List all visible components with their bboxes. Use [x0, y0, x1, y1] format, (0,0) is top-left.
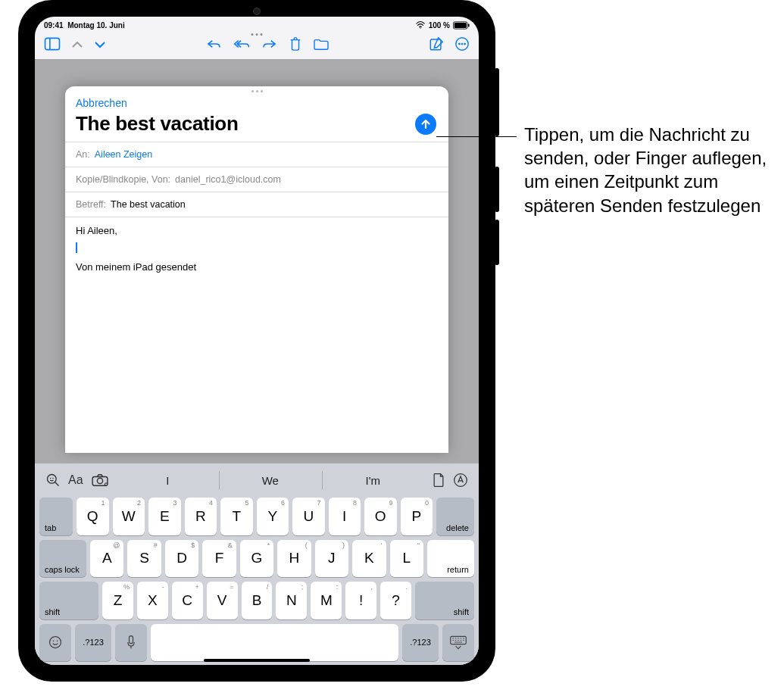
key-o[interactable]: O9 — [364, 498, 397, 535]
app-menu-dots[interactable] — [251, 33, 263, 36]
battery-icon — [453, 21, 470, 30]
key-a[interactable]: A@ — [90, 540, 123, 578]
key-z[interactable]: Z% — [102, 582, 133, 619]
key-m[interactable]: M: — [311, 582, 342, 619]
svg-point-12 — [50, 478, 52, 479]
suggestion-2[interactable]: We — [219, 465, 321, 495]
scan-document-icon[interactable] — [432, 473, 445, 488]
key-g[interactable]: G* — [240, 540, 273, 578]
key-emoji[interactable] — [39, 624, 71, 662]
svg-rect-4 — [45, 38, 60, 49]
svg-point-0 — [420, 27, 420, 28]
svg-point-18 — [50, 637, 61, 648]
key-hint: ; — [301, 583, 304, 591]
home-indicator[interactable] — [204, 659, 310, 662]
key-l[interactable]: L" — [390, 540, 423, 578]
key-hint: # — [154, 541, 158, 549]
compose-body[interactable]: Hi Aileen, Von meinem iPad gesendet — [65, 217, 448, 453]
key-j[interactable]: J) — [315, 540, 348, 578]
key-hint: 1 — [101, 499, 105, 507]
emoji-search-icon[interactable] — [45, 473, 61, 488]
key-hint: . — [406, 583, 408, 591]
key-?[interactable]: ?. — [380, 582, 411, 619]
key-v[interactable]: V= — [207, 582, 238, 619]
volume-down[interactable] — [495, 220, 499, 265]
key-hide-keyboard[interactable] — [442, 624, 474, 662]
key-p[interactable]: P0 — [401, 498, 433, 535]
key-delete[interactable]: delete — [436, 498, 474, 535]
sidebar-toggle-icon[interactable] — [44, 37, 61, 54]
key-dictation[interactable] — [115, 624, 147, 662]
ipad-frame: 09:41 Montag 10. Juni 100 % — [18, 0, 495, 682]
key-f[interactable]: F& — [202, 540, 236, 578]
key-q[interactable]: Q1 — [77, 498, 109, 535]
key-![interactable]: !, — [345, 582, 376, 619]
volume-up[interactable] — [495, 167, 499, 212]
suggestion-bar: Aa I We I'm — [38, 465, 476, 495]
key-r[interactable]: R4 — [185, 498, 217, 535]
folder-icon[interactable] — [313, 37, 330, 54]
key-s[interactable]: S# — [127, 540, 161, 578]
emoji-icon — [48, 635, 63, 650]
key-k[interactable]: K' — [352, 540, 386, 578]
power-button[interactable] — [495, 68, 499, 136]
key-u[interactable]: U7 — [292, 498, 325, 535]
chevron-down-icon[interactable] — [94, 39, 106, 52]
key-hint: 7 — [317, 499, 320, 507]
front-camera — [253, 8, 261, 15]
key-h[interactable]: H( — [277, 540, 311, 578]
svg-point-15 — [97, 478, 102, 483]
key-y[interactable]: Y6 — [257, 498, 289, 535]
reply-all-icon[interactable] — [233, 38, 251, 53]
key-symbols-right[interactable]: .?123 — [402, 624, 439, 662]
mail-toolbar — [35, 32, 479, 59]
key-t[interactable]: T5 — [220, 498, 253, 535]
key-x[interactable]: X- — [137, 582, 168, 619]
key-d[interactable]: D$ — [165, 540, 198, 578]
chevron-up-icon[interactable] — [71, 39, 83, 52]
keyboard-hide-icon — [449, 635, 467, 650]
cc-bcc-from-field[interactable]: Kopie/Blindkopie, Von: daniel_rico1@iclo… — [65, 167, 448, 192]
compose-icon[interactable] — [429, 36, 444, 55]
status-bar: 09:41 Montag 10. Juni 100 % — [35, 17, 479, 32]
key-tab[interactable]: tab — [39, 498, 73, 535]
key-caps-lock[interactable]: caps lock — [39, 540, 86, 578]
forward-icon[interactable] — [261, 38, 278, 53]
key-hint: " — [417, 541, 420, 549]
mic-icon — [126, 635, 136, 650]
key-hint: 3 — [173, 499, 176, 507]
markup-icon[interactable] — [453, 473, 468, 488]
cancel-button[interactable]: Abbrechen — [65, 92, 448, 111]
reply-icon[interactable] — [205, 38, 222, 53]
to-value[interactable]: Aileen Zeigen — [95, 149, 152, 160]
key-hint: ( — [305, 541, 308, 549]
svg-point-8 — [458, 43, 460, 45]
key-n[interactable]: N; — [276, 582, 307, 619]
suggestion-3[interactable]: I'm — [322, 465, 424, 495]
subject-value: The best vacation — [111, 199, 186, 210]
key-i[interactable]: I8 — [329, 498, 361, 535]
keyboard: Aa I We I'm tab Q1W2 — [35, 463, 479, 665]
cc-label: Kopie/Blindkopie, Von: — [76, 174, 170, 185]
subject-label: Betreff: — [76, 199, 106, 210]
subject-field[interactable]: Betreff: The best vacation — [65, 192, 448, 217]
send-button[interactable] — [415, 114, 436, 135]
more-circle-icon[interactable] — [454, 36, 470, 55]
key-b[interactable]: B/ — [242, 582, 273, 619]
key-symbols-left[interactable]: .?123 — [75, 624, 111, 662]
svg-rect-21 — [130, 636, 133, 644]
key-c[interactable]: C+ — [172, 582, 203, 619]
suggestion-1[interactable]: I — [117, 465, 219, 495]
camera-icon[interactable] — [91, 473, 109, 487]
status-time: 09:41 — [44, 21, 64, 30]
text-format-button[interactable]: Aa — [68, 473, 83, 487]
key-return[interactable]: return — [427, 540, 474, 578]
sheet-grabber[interactable] — [65, 86, 448, 92]
key-e[interactable]: E3 — [148, 498, 181, 535]
trash-icon[interactable] — [289, 36, 302, 55]
to-field[interactable]: An: Aileen Zeigen — [65, 142, 448, 167]
key-shift-right[interactable]: shift — [415, 582, 474, 619]
key-space[interactable] — [151, 624, 398, 662]
key-shift-left[interactable]: shift — [39, 582, 98, 619]
key-w[interactable]: W2 — [113, 498, 145, 535]
